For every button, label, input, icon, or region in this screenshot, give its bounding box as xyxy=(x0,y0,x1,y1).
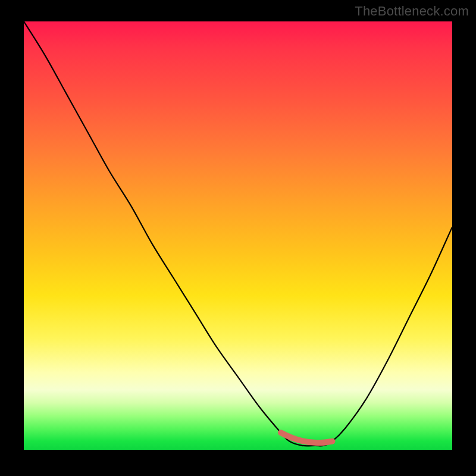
plot-area xyxy=(24,21,452,450)
bottleneck-curve-svg xyxy=(24,21,452,450)
bottleneck-curve-path xyxy=(24,21,452,446)
chart-frame: TheBottleneck.com xyxy=(0,0,476,476)
watermark-text: TheBottleneck.com xyxy=(355,4,469,19)
